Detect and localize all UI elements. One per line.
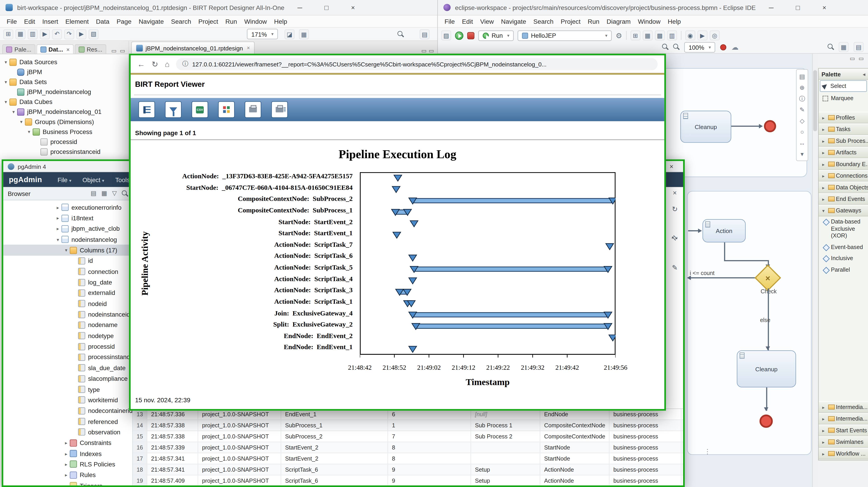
pg-item-nodename[interactable]: nodename (3, 320, 132, 330)
birt-preview-icon[interactable]: ▶ (40, 29, 50, 39)
eclipse-menu-file[interactable]: File (445, 18, 455, 25)
grid-cell[interactable]: StartEvent_2 (281, 442, 388, 453)
viewer-print-report-on-server-button[interactable] (271, 101, 288, 118)
grid-cell[interactable]: business-process (610, 453, 681, 464)
grid-cell[interactable]: 21:48:57.339 (147, 442, 198, 453)
maximize-icon[interactable]: □ (315, 0, 338, 15)
grid-cell[interactable]: CompositeContextNode (540, 431, 610, 442)
close-icon[interactable]: × (247, 45, 250, 51)
bpmn-task-cleanup-bottom[interactable]: Cleanup (737, 350, 796, 387)
back-icon[interactable]: ← (137, 59, 145, 68)
palette-tool-select[interactable]: Select (820, 80, 867, 92)
chevron-right-icon[interactable]: ▸ (63, 451, 70, 456)
palette-item-inclusive[interactable]: Inclusive (819, 253, 868, 264)
grid-cell[interactable] (471, 453, 540, 464)
birt-new-icon[interactable]: ⊞ (3, 29, 13, 39)
grid-cell[interactable]: 21:48:57.341 (147, 453, 198, 464)
birt-menu-data[interactable]: Data (96, 18, 110, 25)
palette-item-data-based-exclusive-xor[interactable]: Data-based Exclusive (XOR) (819, 217, 868, 241)
palette-item-event-based[interactable]: Event-based (819, 241, 868, 253)
chevron-right-icon[interactable]: ▸ (54, 226, 61, 231)
birt-item-data-cubes[interactable]: ▾Data Cubes (0, 97, 128, 107)
bpmn-task-action[interactable]: Action (703, 219, 746, 242)
bpmn-end-event-top[interactable] (764, 120, 776, 132)
birt-menu-file[interactable]: File (6, 18, 17, 25)
diamond-outline-icon[interactable]: ◇ (797, 115, 808, 126)
row-number-cell[interactable]: 18 (133, 464, 147, 475)
birt-menu-edit[interactable]: Edit (24, 18, 35, 25)
birt-menu-navigate[interactable]: Navigate (138, 18, 164, 25)
palette-drawer-end-events[interactable]: ▸End Events (819, 193, 868, 205)
pg-item-id[interactable]: id (3, 256, 132, 266)
eclipse-menu-navigate[interactable]: Navigate (501, 18, 526, 25)
breakpoint-icon[interactable] (720, 44, 726, 51)
chevron-down-icon[interactable]: ▾ (63, 248, 70, 253)
run-config-combo[interactable]: Run ▾ (478, 30, 514, 41)
launch-config-combo[interactable]: HelloJEP ▾ (518, 30, 612, 41)
grid-view-icon[interactable]: ▦ (299, 29, 309, 39)
minimize-icon[interactable]: ─ (289, 0, 311, 15)
birt-print-icon[interactable]: ▥ (28, 29, 37, 39)
grid-cell[interactable]: business-process (610, 442, 681, 453)
pg-item-columns-17[interactable]: ▾Columns (17) (3, 245, 132, 255)
grid-cell[interactable]: Setup (471, 464, 540, 475)
birt-menu-help[interactable]: Help (274, 18, 287, 25)
chevron-right-icon[interactable]: ▸ (820, 150, 827, 155)
close-icon[interactable]: × (342, 0, 364, 15)
grid-cell[interactable]: StartNode (540, 453, 610, 464)
eclipse-new-icon[interactable]: ⊞ (630, 31, 640, 40)
palette-drawer-intermedia[interactable]: ▸Intermedia... (819, 413, 868, 424)
palette-drawer-tasks[interactable]: ▸Tasks (819, 123, 868, 135)
grid-cell[interactable]: project_1.0.0-SNAPSHOT (198, 420, 281, 431)
java-perspective-icon[interactable]: ▤ (854, 42, 864, 52)
palette-drawer-intermedia[interactable]: ▸Intermedia... (819, 401, 868, 413)
grid-cell[interactable]: 21:48:57.338 (147, 431, 198, 442)
birt-item-business-process[interactable]: ▾Business Process (0, 127, 128, 137)
eclipse-save-icon[interactable]: ▦ (643, 31, 653, 40)
grid-cell[interactable]: business-process (610, 420, 681, 431)
grid-cell[interactable]: project_1.0.0-SNAPSHOT (198, 431, 281, 442)
grid-cell[interactable] (471, 442, 540, 453)
grid-cell[interactable]: 9 (388, 476, 471, 485)
eclipse-run-icon[interactable]: ▶ (698, 31, 707, 40)
viewer-print-report-button[interactable] (245, 101, 261, 118)
chevron-down-icon[interactable]: ▾ (18, 119, 25, 125)
circle-outline-icon[interactable]: ○ (797, 126, 808, 137)
birt-redo-icon[interactable]: ↷ (64, 29, 74, 39)
chevron-right-icon[interactable]: ▸ (820, 416, 827, 421)
grid-cell[interactable]: business-process (610, 464, 681, 475)
home-icon[interactable]: ⌂ (165, 59, 169, 68)
birt-menu-project[interactable]: Project (198, 18, 218, 25)
grid-cell[interactable]: project_1.0.0-SNAPSHOT (198, 476, 281, 485)
zoom-out-icon[interactable] (662, 44, 668, 51)
chevron-down-icon[interactable]: ▾ (26, 129, 33, 134)
birt-item-jbpm[interactable]: jBPM (0, 67, 128, 77)
eclipse-menu-window[interactable]: Window (638, 18, 660, 25)
birt-item-groups-dimensions[interactable]: ▾Groups (Dimensions) (0, 117, 128, 127)
pg-item-indexes[interactable]: ▸Indexes (3, 448, 132, 459)
viewer-table-of-contents-button[interactable] (138, 101, 155, 118)
grid-cell[interactable]: ActionNode (540, 476, 610, 485)
grid-cell[interactable]: project_1.0.0-SNAPSHOT (198, 464, 281, 475)
chevron-right-icon[interactable]: ▸ (54, 204, 61, 210)
outline-view-icon[interactable]: ▤ (420, 29, 430, 39)
filter-icon[interactable]: ▽ (112, 190, 117, 197)
row-number-cell[interactable]: 14 (133, 420, 147, 431)
pg-item-executionerrorinfo[interactable]: ▸executionerrorinfo (3, 202, 132, 213)
chevron-right-icon[interactable]: ▸ (63, 483, 70, 485)
birt-item-processinstanceid[interactable]: processinstanceid (0, 147, 128, 157)
palette-drawer-data-objects[interactable]: ▸Data Objects (819, 182, 868, 193)
search-icon[interactable] (122, 190, 128, 196)
data-output-grid[interactable]: 1321:48:57.336project_1.0.0-SNAPSHOTEndE… (133, 408, 683, 485)
row-number-cell[interactable]: 16 (133, 442, 147, 453)
pgadmin-menu-object[interactable]: Object▾ (83, 176, 104, 183)
birt-item-data-sets[interactable]: ▾Data Sets (0, 77, 128, 87)
pg-item-referenced[interactable]: referenced (3, 416, 132, 427)
chevron-down-icon[interactable]: ▾ (10, 109, 17, 115)
grid-cell[interactable]: 8 (388, 442, 471, 453)
palette-drawer-gateways[interactable]: ▾Gateways (819, 205, 868, 216)
palette-drawer-start-events[interactable]: ▸Start Events (819, 424, 868, 436)
grid-cell[interactable]: CompositeContextNode (540, 420, 610, 431)
birt-library-icon[interactable]: ▧ (89, 29, 98, 39)
palette-item-parallel[interactable]: Parallel (819, 264, 868, 275)
